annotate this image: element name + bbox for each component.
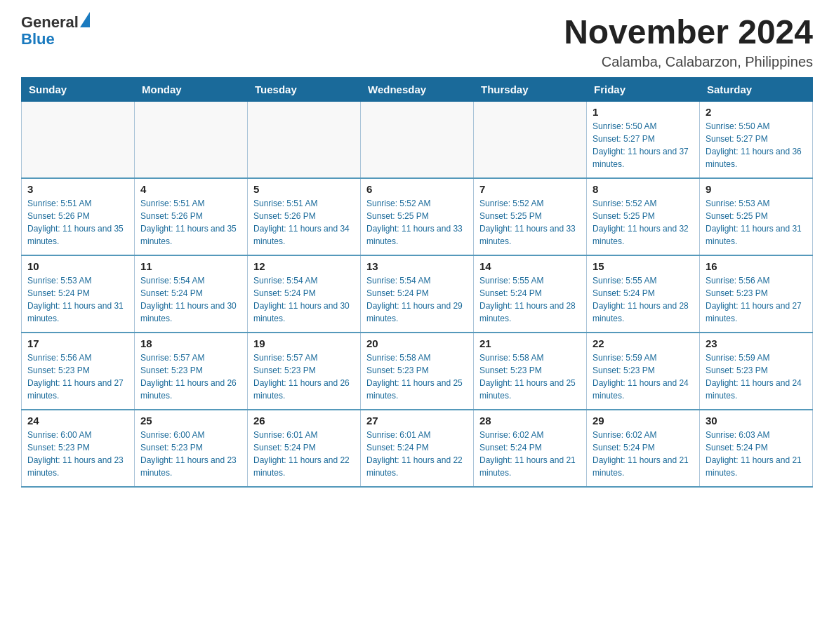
day-number: 14 bbox=[479, 260, 581, 272]
calendar-cell: 30Sunrise: 6:03 AMSunset: 5:24 PMDayligh… bbox=[700, 410, 813, 487]
sun-info: Sunrise: 5:56 AMSunset: 5:23 PMDaylight:… bbox=[27, 351, 128, 402]
day-number: 29 bbox=[593, 415, 694, 427]
calendar-cell bbox=[248, 101, 361, 178]
day-number: 15 bbox=[593, 260, 694, 272]
calendar-cell: 6Sunrise: 5:52 AMSunset: 5:25 PMDaylight… bbox=[361, 178, 474, 255]
sun-info: Sunrise: 5:55 AMSunset: 5:24 PMDaylight:… bbox=[479, 274, 581, 325]
calendar-cell: 22Sunrise: 5:59 AMSunset: 5:23 PMDayligh… bbox=[587, 333, 700, 410]
calendar-cell: 23Sunrise: 5:59 AMSunset: 5:23 PMDayligh… bbox=[700, 333, 813, 410]
weekday-header-wednesday: Wednesday bbox=[361, 77, 474, 101]
calendar-cell: 25Sunrise: 6:00 AMSunset: 5:23 PMDayligh… bbox=[135, 410, 248, 487]
logo-area: General Blue bbox=[21, 14, 90, 48]
sun-info: Sunrise: 5:57 AMSunset: 5:23 PMDaylight:… bbox=[253, 351, 355, 402]
day-number: 26 bbox=[253, 415, 355, 427]
logo: General Blue bbox=[21, 14, 90, 48]
day-number: 11 bbox=[140, 260, 241, 272]
calendar-week-row: 3Sunrise: 5:51 AMSunset: 5:26 PMDaylight… bbox=[22, 178, 813, 255]
title-area: November 2024 Calamba, Calabarzon, Phili… bbox=[564, 14, 813, 70]
calendar-cell: 26Sunrise: 6:01 AMSunset: 5:24 PMDayligh… bbox=[248, 410, 361, 487]
day-number: 8 bbox=[593, 183, 694, 195]
weekday-header-tuesday: Tuesday bbox=[248, 77, 361, 101]
day-number: 16 bbox=[706, 260, 807, 272]
day-number: 24 bbox=[27, 415, 128, 427]
calendar-cell: 15Sunrise: 5:55 AMSunset: 5:24 PMDayligh… bbox=[587, 255, 700, 333]
calendar-cell: 17Sunrise: 5:56 AMSunset: 5:23 PMDayligh… bbox=[22, 333, 135, 410]
calendar-cell bbox=[22, 101, 135, 178]
sun-info: Sunrise: 5:58 AMSunset: 5:23 PMDaylight:… bbox=[479, 351, 581, 402]
sun-info: Sunrise: 5:52 AMSunset: 5:25 PMDaylight:… bbox=[479, 197, 581, 248]
calendar-cell: 16Sunrise: 5:56 AMSunset: 5:23 PMDayligh… bbox=[700, 255, 813, 333]
calendar-cell: 14Sunrise: 5:55 AMSunset: 5:24 PMDayligh… bbox=[474, 255, 587, 333]
calendar-cell: 13Sunrise: 5:54 AMSunset: 5:24 PMDayligh… bbox=[361, 255, 474, 333]
calendar-cell: 9Sunrise: 5:53 AMSunset: 5:25 PMDaylight… bbox=[700, 178, 813, 255]
sun-info: Sunrise: 5:58 AMSunset: 5:23 PMDaylight:… bbox=[366, 351, 468, 402]
day-number: 17 bbox=[27, 337, 128, 349]
calendar-cell: 12Sunrise: 5:54 AMSunset: 5:24 PMDayligh… bbox=[248, 255, 361, 333]
calendar-week-row: 17Sunrise: 5:56 AMSunset: 5:23 PMDayligh… bbox=[22, 333, 813, 410]
calendar-cell: 4Sunrise: 5:51 AMSunset: 5:26 PMDaylight… bbox=[135, 178, 248, 255]
sun-info: Sunrise: 5:54 AMSunset: 5:24 PMDaylight:… bbox=[140, 274, 241, 325]
weekday-header-saturday: Saturday bbox=[700, 77, 813, 101]
weekday-header-row: SundayMondayTuesdayWednesdayThursdayFrid… bbox=[22, 77, 813, 101]
sun-info: Sunrise: 5:51 AMSunset: 5:26 PMDaylight:… bbox=[140, 197, 241, 248]
calendar-cell: 5Sunrise: 5:51 AMSunset: 5:26 PMDaylight… bbox=[248, 178, 361, 255]
sun-info: Sunrise: 5:51 AMSunset: 5:26 PMDaylight:… bbox=[253, 197, 355, 248]
weekday-header-friday: Friday bbox=[587, 77, 700, 101]
calendar-cell bbox=[361, 101, 474, 178]
day-number: 20 bbox=[366, 337, 468, 349]
calendar-cell: 24Sunrise: 6:00 AMSunset: 5:23 PMDayligh… bbox=[22, 410, 135, 487]
day-number: 22 bbox=[593, 337, 694, 349]
calendar-cell: 1Sunrise: 5:50 AMSunset: 5:27 PMDaylight… bbox=[587, 101, 700, 178]
day-number: 23 bbox=[706, 337, 807, 349]
month-title: November 2024 bbox=[564, 14, 813, 51]
day-number: 13 bbox=[366, 260, 468, 272]
calendar-cell: 18Sunrise: 5:57 AMSunset: 5:23 PMDayligh… bbox=[135, 333, 248, 410]
sun-info: Sunrise: 6:01 AMSunset: 5:24 PMDaylight:… bbox=[253, 429, 355, 479]
logo-general-text: General bbox=[21, 14, 79, 31]
sun-info: Sunrise: 6:02 AMSunset: 5:24 PMDaylight:… bbox=[479, 429, 581, 479]
day-number: 28 bbox=[479, 415, 581, 427]
sun-info: Sunrise: 5:52 AMSunset: 5:25 PMDaylight:… bbox=[366, 197, 468, 248]
sun-info: Sunrise: 5:59 AMSunset: 5:23 PMDaylight:… bbox=[593, 351, 694, 402]
calendar-cell: 2Sunrise: 5:50 AMSunset: 5:27 PMDaylight… bbox=[700, 101, 813, 178]
calendar-cell: 29Sunrise: 6:02 AMSunset: 5:24 PMDayligh… bbox=[587, 410, 700, 487]
sun-info: Sunrise: 5:57 AMSunset: 5:23 PMDaylight:… bbox=[140, 351, 241, 402]
day-number: 19 bbox=[253, 337, 355, 349]
logo-triangle-icon bbox=[80, 12, 90, 27]
day-number: 30 bbox=[706, 415, 807, 427]
day-number: 7 bbox=[479, 183, 581, 195]
sun-info: Sunrise: 5:52 AMSunset: 5:25 PMDaylight:… bbox=[593, 197, 694, 248]
day-number: 27 bbox=[366, 415, 468, 427]
day-number: 2 bbox=[706, 106, 807, 118]
day-number: 4 bbox=[140, 183, 241, 195]
day-number: 6 bbox=[366, 183, 468, 195]
calendar-cell: 11Sunrise: 5:54 AMSunset: 5:24 PMDayligh… bbox=[135, 255, 248, 333]
day-number: 25 bbox=[140, 415, 241, 427]
sun-info: Sunrise: 5:56 AMSunset: 5:23 PMDaylight:… bbox=[706, 274, 807, 325]
location-title: Calamba, Calabarzon, Philippines bbox=[564, 54, 813, 70]
calendar-week-row: 1Sunrise: 5:50 AMSunset: 5:27 PMDaylight… bbox=[22, 101, 813, 178]
day-number: 21 bbox=[479, 337, 581, 349]
weekday-header-monday: Monday bbox=[135, 77, 248, 101]
day-number: 1 bbox=[593, 106, 694, 118]
sun-info: Sunrise: 5:50 AMSunset: 5:27 PMDaylight:… bbox=[706, 120, 807, 170]
sun-info: Sunrise: 6:01 AMSunset: 5:24 PMDaylight:… bbox=[366, 429, 468, 479]
day-number: 18 bbox=[140, 337, 241, 349]
page-header: General Blue November 2024 Calamba, Cala… bbox=[21, 14, 813, 70]
sun-info: Sunrise: 5:54 AMSunset: 5:24 PMDaylight:… bbox=[253, 274, 355, 325]
day-number: 10 bbox=[27, 260, 128, 272]
weekday-header-thursday: Thursday bbox=[474, 77, 587, 101]
day-number: 9 bbox=[706, 183, 807, 195]
calendar-cell: 27Sunrise: 6:01 AMSunset: 5:24 PMDayligh… bbox=[361, 410, 474, 487]
calendar-week-row: 24Sunrise: 6:00 AMSunset: 5:23 PMDayligh… bbox=[22, 410, 813, 487]
calendar-week-row: 10Sunrise: 5:53 AMSunset: 5:24 PMDayligh… bbox=[22, 255, 813, 333]
sun-info: Sunrise: 5:50 AMSunset: 5:27 PMDaylight:… bbox=[593, 120, 694, 170]
logo-blue-text: Blue bbox=[21, 30, 55, 48]
calendar-cell: 7Sunrise: 5:52 AMSunset: 5:25 PMDaylight… bbox=[474, 178, 587, 255]
day-number: 5 bbox=[253, 183, 355, 195]
calendar-cell: 21Sunrise: 5:58 AMSunset: 5:23 PMDayligh… bbox=[474, 333, 587, 410]
sun-info: Sunrise: 5:59 AMSunset: 5:23 PMDaylight:… bbox=[706, 351, 807, 402]
calendar-cell: 10Sunrise: 5:53 AMSunset: 5:24 PMDayligh… bbox=[22, 255, 135, 333]
sun-info: Sunrise: 6:03 AMSunset: 5:24 PMDaylight:… bbox=[706, 429, 807, 479]
day-number: 3 bbox=[27, 183, 128, 195]
